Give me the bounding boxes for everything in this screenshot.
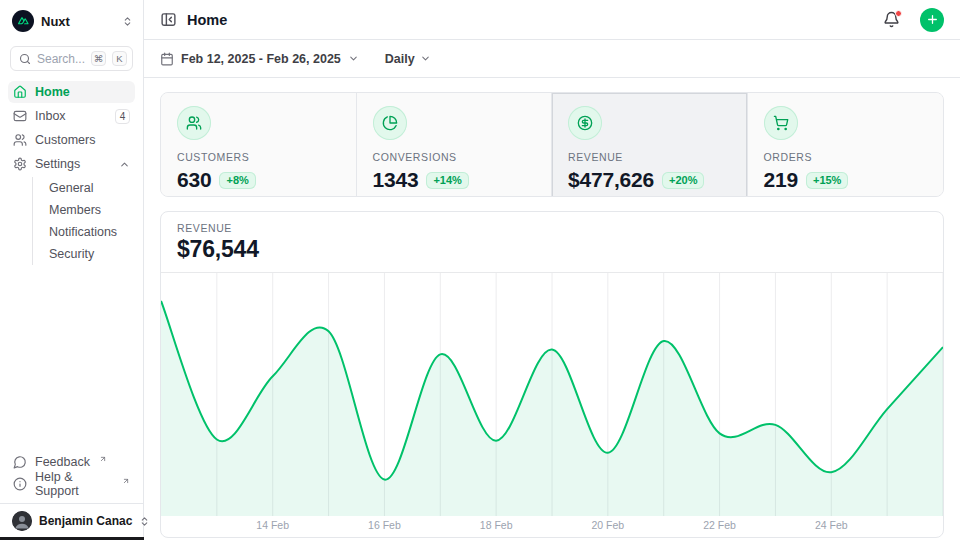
- sidebar-item-label: Settings: [35, 157, 111, 171]
- plus-icon: [926, 13, 939, 26]
- users-icon: [177, 106, 211, 140]
- notification-dot: [895, 10, 902, 17]
- info-circle-icon: [13, 477, 27, 491]
- sidebar-footer: Feedback Help & Support: [0, 445, 143, 503]
- content: CUSTOMERS 630 +8% CONVERSIONS 1343 +14%: [144, 78, 960, 540]
- external-link-icon: [99, 455, 107, 463]
- sidebar: Nuxt Search... ⌘ K Home: [0, 0, 144, 540]
- stat-card-orders[interactable]: ORDERS 219 +15%: [748, 93, 944, 197]
- stat-delta-badge: +20%: [662, 172, 704, 189]
- stat-value: 219: [764, 168, 798, 192]
- stat-label: CONVERSIONS: [373, 151, 536, 163]
- inbox-icon: [13, 109, 27, 123]
- stat-label: REVENUE: [568, 151, 731, 163]
- chart-plot-wrap: 14 Feb16 Feb18 Feb20 Feb22 Feb24 Feb: [161, 273, 943, 537]
- stat-value: 630: [177, 168, 211, 192]
- stat-value: $477,626: [568, 168, 654, 192]
- kbd-cmd: ⌘: [91, 51, 106, 66]
- chevrons-up-down-icon: [122, 16, 133, 27]
- x-axis-label: 20 Feb: [591, 519, 624, 531]
- sidebar-item-settings[interactable]: Settings: [8, 153, 135, 175]
- chevrons-up-down-icon: [139, 516, 150, 527]
- search-input[interactable]: Search... ⌘ K: [10, 46, 133, 71]
- pie-chart-icon: [373, 106, 407, 140]
- stat-card-revenue[interactable]: REVENUE $477,626 +20%: [552, 93, 748, 197]
- chart-svg: [161, 273, 943, 516]
- page-title: Home: [187, 12, 873, 28]
- sidebar-item-customers[interactable]: Customers: [8, 129, 135, 151]
- nuxt-logo-icon: [12, 10, 34, 32]
- search-placeholder: Search...: [37, 52, 85, 66]
- stat-value: 1343: [373, 168, 419, 192]
- feedback-label: Feedback: [35, 455, 90, 469]
- external-link-icon: [122, 477, 130, 485]
- kbd-k: K: [112, 51, 127, 66]
- avatar: [12, 511, 32, 531]
- stat-delta-badge: +8%: [219, 172, 255, 189]
- sidebar-nav: Home Inbox 4 Customers Settings: [0, 73, 143, 265]
- subnav-label: Security: [49, 247, 94, 261]
- add-button[interactable]: [920, 8, 944, 32]
- chevron-down-icon: [348, 53, 359, 64]
- x-axis-label: 24 Feb: [815, 519, 848, 531]
- help-support-link[interactable]: Help & Support: [8, 473, 135, 495]
- subnav-label: Notifications: [49, 225, 117, 239]
- x-axis-label: 14 Feb: [256, 519, 289, 531]
- settings-subnav: General Members Notifications Security: [32, 177, 135, 265]
- sidebar-item-label: Inbox: [35, 109, 107, 123]
- sidebar-item-label: Customers: [35, 133, 130, 147]
- sidebar-item-security[interactable]: Security: [33, 243, 135, 265]
- shopping-cart-icon: [764, 106, 798, 140]
- chart-metric-value: $76,544: [177, 236, 927, 263]
- sidebar-item-notifications[interactable]: Notifications: [33, 221, 135, 243]
- stat-delta-badge: +15%: [806, 172, 848, 189]
- stat-card-customers[interactable]: CUSTOMERS 630 +8%: [161, 93, 357, 197]
- workspace-name: Nuxt: [41, 14, 115, 29]
- chart-x-axis: 14 Feb16 Feb18 Feb20 Feb22 Feb24 Feb: [161, 516, 943, 537]
- revenue-area-chart: [161, 273, 943, 516]
- subnav-label: Members: [49, 203, 101, 217]
- workspace-switcher[interactable]: Nuxt: [0, 0, 143, 36]
- dashboard-app: Nuxt Search... ⌘ K Home: [0, 0, 960, 540]
- topbar: Home: [144, 0, 960, 40]
- main-area: Home Feb 12, 2025 - Feb 26, 2025 Daily: [144, 0, 960, 540]
- user-menu[interactable]: Benjamin Canac: [0, 503, 143, 540]
- chevron-down-icon: [420, 53, 431, 64]
- sidebar-collapse-button[interactable]: [160, 11, 177, 28]
- sidebar-item-inbox[interactable]: Inbox 4: [8, 105, 135, 127]
- chat-bubble-icon: [13, 455, 27, 469]
- user-name: Benjamin Canac: [39, 514, 132, 528]
- x-axis-label: 16 Feb: [368, 519, 401, 531]
- granularity-value: Daily: [385, 52, 415, 66]
- stat-label: CUSTOMERS: [177, 151, 340, 163]
- date-range-picker[interactable]: Feb 12, 2025 - Feb 26, 2025: [160, 52, 359, 66]
- home-icon: [13, 85, 27, 99]
- sidebar-item-general[interactable]: General: [33, 177, 135, 199]
- date-range-value: Feb 12, 2025 - Feb 26, 2025: [181, 52, 341, 66]
- sidebar-item-home[interactable]: Home: [8, 81, 135, 103]
- chart-header: REVENUE $76,544: [161, 212, 943, 273]
- notifications-button[interactable]: [883, 11, 900, 28]
- x-axis-label: 22 Feb: [703, 519, 736, 531]
- calendar-icon: [160, 52, 174, 66]
- sidebar-item-members[interactable]: Members: [33, 199, 135, 221]
- filter-toolbar: Feb 12, 2025 - Feb 26, 2025 Daily: [144, 40, 960, 78]
- chevron-up-icon: [119, 159, 130, 170]
- stat-card-conversions[interactable]: CONVERSIONS 1343 +14%: [357, 93, 553, 197]
- sidebar-item-label: Home: [35, 85, 130, 99]
- search-icon: [19, 53, 31, 65]
- subnav-label: General: [49, 181, 93, 195]
- revenue-chart-card: REVENUE $76,544 14 Feb16 Feb18 Feb20 Feb…: [160, 211, 944, 538]
- x-axis-label: 18 Feb: [480, 519, 513, 531]
- granularity-select[interactable]: Daily: [385, 52, 431, 66]
- help-support-label: Help & Support: [35, 470, 113, 498]
- circle-dollar-icon: [568, 106, 602, 140]
- chart-metric-label: REVENUE: [177, 222, 927, 234]
- stat-delta-badge: +14%: [426, 172, 468, 189]
- stat-label: ORDERS: [764, 151, 928, 163]
- gear-icon: [13, 157, 27, 171]
- users-icon: [13, 133, 27, 147]
- inbox-count-badge: 4: [115, 109, 130, 124]
- stats-row: CUSTOMERS 630 +8% CONVERSIONS 1343 +14%: [160, 92, 944, 197]
